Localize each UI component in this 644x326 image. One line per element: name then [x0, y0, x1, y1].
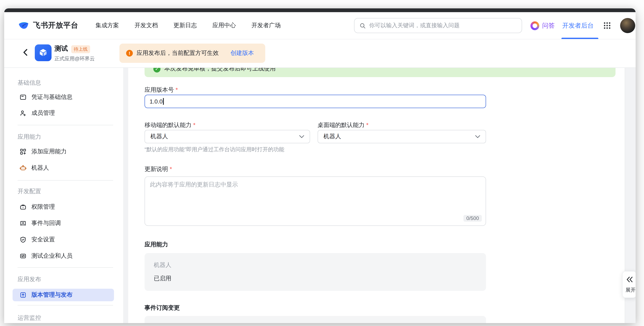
logo-title: 飞书开放平台: [33, 20, 78, 30]
app-version-value: 1.0.0: [150, 98, 162, 105]
app-header-bar: 测试 待上线 正式应用@环界云 ! 应用发布后，当前配置方可生效 创建版本: [4, 40, 636, 68]
search-input[interactable]: 你可以输入关键词，或直接输入问题: [354, 18, 522, 33]
app-name: 测试: [54, 44, 68, 53]
stage: 飞书开放平台 集成方案 开发文档 更新日志 应用中心 开发者广场 你可以输入关键…: [0, 0, 644, 326]
robot-icon: [20, 165, 26, 172]
sidebar-item-permissions[interactable]: 权限管理: [12, 201, 114, 213]
mobile-capability-select[interactable]: 机器人: [144, 130, 310, 143]
capability-note: “默认的应用功能”即用户通过工作台访问应用时打开的功能: [144, 146, 284, 153]
primary-nav: 集成方案 开发文档 更新日志 应用中心 开发者广场: [96, 12, 281, 39]
success-banner-text: 本次发布免审核，提交发布后即可上线使用: [164, 68, 276, 72]
grid-plus-icon: [20, 148, 26, 155]
search-icon: [360, 22, 366, 29]
app-subtitle: 正式应用@环界云: [54, 55, 95, 62]
active-tab-underline: [562, 38, 598, 39]
event-subscription-card: [144, 316, 486, 323]
sidebar-item-bot[interactable]: 机器人: [12, 162, 114, 174]
sidebar-item-add-capability[interactable]: 添加应用能力: [12, 146, 114, 158]
feishu-logo-icon: [18, 20, 30, 30]
app-version-input[interactable]: 1.0.0: [144, 95, 486, 108]
text-caret: [163, 98, 164, 105]
page-body: 基础信息 凭证与基础信息 成员管理: [4, 68, 636, 323]
publish-icon: [20, 292, 26, 298]
capability-name: 机器人: [154, 262, 171, 269]
shield-check-icon: [20, 236, 26, 243]
status-badge: 待上线: [71, 45, 90, 53]
update-notes-field: 0/500: [144, 176, 486, 226]
desktop-capability-select[interactable]: 机器人: [318, 130, 486, 143]
desktop-capability-label: 桌面端的默认能力*: [318, 122, 368, 129]
sidebar-section-dev-config: 开发配置: [18, 188, 41, 195]
user-avatar[interactable]: [620, 18, 635, 33]
capability-status: 已启用: [154, 275, 171, 282]
create-version-link[interactable]: 创建版本: [230, 50, 254, 57]
nav-item-integration[interactable]: 集成方案: [96, 22, 119, 29]
id-card-icon: [20, 94, 26, 100]
update-notes-textarea[interactable]: [144, 176, 486, 226]
chevron-down-icon: [475, 135, 480, 138]
search-placeholder: 你可以输入关键词，或直接输入问题: [369, 22, 460, 29]
sidebar-item-credentials[interactable]: 凭证与基础信息: [12, 91, 114, 104]
event-plus-icon: [20, 220, 26, 227]
vertical-scrollbar[interactable]: [123, 68, 128, 323]
nav-item-changelog[interactable]: 更新日志: [174, 22, 197, 29]
success-banner: ✓ 本次发布免审核，提交发布后即可上线使用: [144, 68, 616, 77]
apps-grid-icon[interactable]: [603, 22, 611, 31]
sidebar-item-security[interactable]: 安全设置: [12, 234, 114, 246]
warning-banner: ! 应用发布后，当前配置方可生效 创建版本: [120, 44, 265, 63]
sidebar-item-version-release[interactable]: 版本管理与发布: [12, 289, 114, 301]
user-plus-icon: [20, 110, 26, 116]
expand-panel-button[interactable]: 展开: [622, 271, 636, 298]
main-content: ✓ 本次发布免审核，提交发布后即可上线使用 应用版本号* 1.0.0 移动端的默…: [144, 68, 616, 323]
app-icon: [35, 44, 52, 61]
event-subscription-title: 事件订阅变更: [144, 304, 180, 312]
back-button[interactable]: [22, 48, 29, 58]
sidebar-divider: [18, 305, 113, 306]
briefcase-icon: [20, 204, 26, 210]
sidebar-divider: [18, 180, 113, 180]
feishu-logo[interactable]: 飞书开放平台: [18, 20, 78, 30]
update-notes-label: 更新说明*: [144, 166, 172, 173]
sidebar-section-release: 应用发布: [18, 276, 41, 283]
warning-text: 应用发布后，当前配置方可生效: [136, 50, 219, 57]
sidebar-item-test-enterprise[interactable]: 测试企业和人员: [12, 250, 114, 262]
sidebar-section-monitoring: 运营监控: [18, 314, 41, 322]
sidebar-divider: [18, 125, 113, 125]
mobile-capability-value: 机器人: [150, 133, 168, 140]
window-chrome-bar: [4, 8, 636, 12]
browser-window: 飞书开放平台 集成方案 开发文档 更新日志 应用中心 开发者广场 你可以输入关键…: [4, 8, 636, 323]
sidebar-section-basic-info: 基础信息: [18, 79, 41, 87]
app-capability-card: 机器人 已启用: [144, 253, 486, 291]
sidebar-divider: [18, 267, 113, 268]
screen: 飞书开放平台 集成方案 开发文档 更新日志 应用中心 开发者广场 你可以输入关键…: [0, 0, 644, 326]
code-box-icon: [20, 253, 26, 260]
top-navigation: 飞书开放平台 集成方案 开发文档 更新日志 应用中心 开发者广场 你可以输入关键…: [4, 12, 636, 40]
qa-label: 问答: [542, 22, 555, 30]
expand-label: 展开: [626, 286, 636, 294]
mobile-capability-label: 移动端的默认能力*: [144, 122, 196, 129]
required-mark: *: [176, 86, 178, 93]
char-counter: 0/500: [464, 215, 482, 222]
qa-entry[interactable]: 问答: [530, 12, 555, 39]
warning-icon: !: [126, 50, 133, 56]
developer-console-tab[interactable]: 开发者后台: [562, 12, 594, 39]
nav-item-app-center[interactable]: 应用中心: [212, 22, 236, 29]
nav-item-docs[interactable]: 开发文档: [134, 22, 158, 29]
chevron-down-icon: [299, 135, 304, 138]
sidebar-item-members[interactable]: 成员管理: [12, 107, 114, 120]
sidebar-item-events-callbacks[interactable]: 事件与回调: [12, 217, 114, 230]
qa-ring-icon: [530, 21, 539, 30]
desktop-capability-value: 机器人: [324, 133, 341, 140]
double-chevron-left-icon: [626, 276, 633, 284]
sidebar-section-capabilities: 应用能力: [18, 133, 41, 141]
version-field-label: 应用版本号*: [144, 86, 178, 94]
success-check-icon: ✓: [153, 68, 160, 72]
nav-item-dev-plaza[interactable]: 开发者广场: [252, 22, 281, 29]
app-capability-title: 应用能力: [144, 241, 168, 248]
